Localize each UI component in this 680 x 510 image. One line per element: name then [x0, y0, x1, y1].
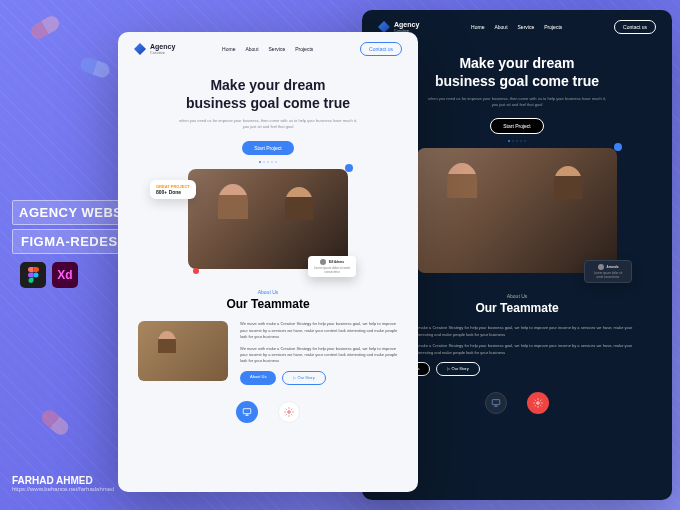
- logo-subtitle: Creative: [150, 50, 175, 55]
- header: Agency Creative Home About Service Proje…: [118, 32, 418, 66]
- hero-subtitle: when you need us for improve your busine…: [178, 118, 358, 130]
- testimonial-card: Amanda Lorem ipsum dolor sit amet consec…: [584, 260, 632, 283]
- author-credit: FARHAD AHMED https://www.behance.net/far…: [12, 475, 114, 492]
- decor-dot-blue: [614, 143, 622, 151]
- nav-service[interactable]: Service: [269, 46, 286, 52]
- hero-subtitle: when you need us for improve your busine…: [427, 96, 607, 108]
- nav-projects[interactable]: Projects: [544, 24, 562, 30]
- logo-name: Agency: [150, 43, 175, 50]
- about-us-button[interactable]: About Us: [240, 371, 276, 385]
- logo-name: Agency: [394, 21, 419, 28]
- decor-dot-red: [193, 268, 199, 274]
- teammate-image: [138, 321, 228, 381]
- nav-home[interactable]: Home: [471, 24, 484, 30]
- xd-icon: Xd: [52, 262, 78, 288]
- nav-menu: Home About Service Projects: [471, 24, 562, 30]
- carousel-dots[interactable]: [382, 140, 652, 142]
- figma-icon: [20, 262, 46, 288]
- feature-icons: [118, 393, 418, 431]
- badge-count: 800+ Done: [156, 189, 181, 195]
- teammate-p2: We move with make a Creative Strategy fo…: [392, 343, 642, 356]
- nav-home[interactable]: Home: [222, 46, 235, 52]
- svg-point-0: [34, 273, 39, 278]
- nav-about[interactable]: About: [245, 46, 258, 52]
- settings-icon[interactable]: [527, 392, 549, 414]
- our-story-button[interactable]: ▷ Our Story: [436, 362, 479, 376]
- testimonial-card: Bill Adams Lorem ipsum dolor sit amet co…: [308, 256, 356, 277]
- start-project-button[interactable]: Start Project: [242, 141, 294, 155]
- hero-section: Make your dream business goal come true …: [118, 66, 418, 281]
- testimonial-name: Bill Adams: [329, 260, 344, 264]
- mockup-light: Agency Creative Home About Service Proje…: [118, 32, 418, 492]
- teammate-copy: We move with make a Creative Strategy fo…: [240, 321, 398, 385]
- teammate-section: We move with make a Creative Strategy fo…: [118, 313, 418, 393]
- teammate-p1: We move with make a Creative Strategy fo…: [240, 321, 398, 340]
- our-story-button[interactable]: ▷ Our Story: [282, 371, 325, 385]
- about-title: Our Teammate: [118, 297, 418, 311]
- nav-service[interactable]: Service: [518, 24, 535, 30]
- testimonial-name: Amanda: [607, 265, 619, 269]
- svg-point-8: [537, 402, 540, 405]
- contact-button[interactable]: Contact us: [614, 20, 656, 34]
- tool-icons: Xd: [20, 262, 78, 288]
- settings-icon[interactable]: [278, 401, 300, 423]
- nav-projects[interactable]: Projects: [295, 46, 313, 52]
- svg-rect-1: [243, 409, 251, 414]
- teammate-p1: We move with make a Creative Strategy fo…: [392, 325, 642, 338]
- author-name: FARHAD AHMED: [12, 475, 114, 486]
- nav-about[interactable]: About: [494, 24, 507, 30]
- carousel-dots[interactable]: [138, 161, 398, 163]
- logo-icon: [134, 43, 146, 55]
- display-icon[interactable]: [485, 392, 507, 414]
- about-header: About Us Our Teammate: [118, 281, 418, 313]
- start-project-button[interactable]: Start Project: [490, 118, 544, 134]
- logo[interactable]: Agency Creative: [134, 43, 175, 55]
- decor-dot-blue: [345, 164, 353, 172]
- hero-title: Make your dream business goal come true: [138, 76, 398, 112]
- stats-badge: GREAT PROJECT 800+ Done: [150, 180, 196, 199]
- display-icon[interactable]: [236, 401, 258, 423]
- hero-title: Make your dream business goal come true: [382, 54, 652, 90]
- avatar-icon: [598, 264, 604, 270]
- svg-point-4: [288, 411, 291, 414]
- author-link: https://www.behance.net/farhadahmed: [12, 486, 114, 492]
- avatar-icon: [320, 259, 326, 265]
- contact-button[interactable]: Contact us: [360, 42, 402, 56]
- teammate-p2: We move with make a Creative Strategy fo…: [240, 346, 398, 365]
- nav-menu: Home About Service Projects: [222, 46, 313, 52]
- hero-image: [417, 148, 617, 273]
- hero-image: [188, 169, 348, 269]
- teammate-copy: We move with make a Creative Strategy fo…: [392, 325, 642, 376]
- svg-rect-5: [492, 400, 500, 405]
- about-label: About Us: [118, 289, 418, 295]
